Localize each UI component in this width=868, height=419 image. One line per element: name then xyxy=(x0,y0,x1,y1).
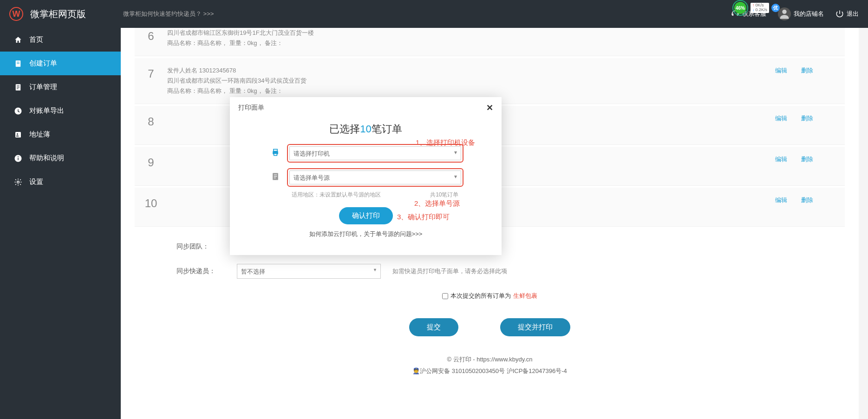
printer-select[interactable]: 请选择打印机 xyxy=(290,147,461,160)
gear-icon xyxy=(14,178,22,186)
source-field: 请选择单号源 xyxy=(244,170,488,184)
sidebar-item-label: 对账单导出 xyxy=(29,106,64,115)
edit-link[interactable]: 编辑 xyxy=(775,196,787,219)
info-icon xyxy=(14,154,22,163)
svg-rect-9 xyxy=(15,132,21,137)
order-info: 发件人姓名 13012345678 四川省成都市武侯区一环路南四段34号武侯茂业… xyxy=(167,65,775,96)
sidebar-item-address[interactable]: 地址薄 xyxy=(0,123,121,146)
order-manage-icon xyxy=(14,83,22,92)
order-count: 10 xyxy=(360,123,371,135)
sidebar-item-help[interactable]: 帮助和说明 xyxy=(0,146,121,170)
source-select[interactable]: 请选择单号源 xyxy=(290,171,461,184)
shop-label: 我的店铺名 xyxy=(794,10,824,18)
order-info: 四川省成都市锦江区东御街19号1F北大门茂业百货一楼 商品名称：商品名称， 重量… xyxy=(167,28,775,48)
order-address: 四川省成都市锦江区东御街19号1F北大门茂业百货一楼 xyxy=(167,28,775,38)
svg-rect-20 xyxy=(274,176,277,177)
order-number: 6 xyxy=(135,28,167,48)
emblem-icon: 👮 xyxy=(412,367,420,374)
sync-courier-row: 同步快递员： 暂不选择 如需快递员打印电子面单，请务必选择此项 xyxy=(176,264,803,279)
order-detail: 商品名称：商品名称， 重量：0kg， 备注： xyxy=(167,86,775,96)
delete-link[interactable]: 删除 xyxy=(801,66,813,96)
sidebar-item-home[interactable]: 首页 xyxy=(0,28,121,52)
sync-team-label: 同步团队： xyxy=(176,242,237,251)
svg-point-0 xyxy=(782,10,786,14)
svg-rect-19 xyxy=(274,175,277,175)
sidebar-item-label: 地址薄 xyxy=(29,130,50,139)
order-sender: 发件人姓名 13012345678 xyxy=(167,65,775,76)
modal-help-link[interactable]: 如何添加云打印机，关于单号源的问题>>> xyxy=(244,230,488,238)
svg-rect-7 xyxy=(17,88,19,89)
export-icon xyxy=(14,107,22,115)
net-percent-badge: 46% xyxy=(732,0,748,16)
header-help-link[interactable]: 微掌柜如何快速签约快递员？ >>> xyxy=(123,10,214,18)
sidebar-item-label: 创建订单 xyxy=(29,59,57,68)
modal-title: 已选择10笔订单 xyxy=(244,122,488,136)
courier-hint: 如需快递员打印电子面单，请务必选择此项 xyxy=(392,267,507,275)
edit-link[interactable]: 编辑 xyxy=(775,66,787,96)
fresh-red: 生鲜包裹 xyxy=(513,292,537,300)
delete-link[interactable]: 删除 xyxy=(801,196,813,219)
order-number: 9 xyxy=(135,154,167,178)
svg-rect-12 xyxy=(18,157,19,160)
region-hint: 适用地区：未设置默认单号源的地区 xyxy=(292,191,381,199)
logo-icon: W xyxy=(9,7,23,21)
footer: © 云打印 - https://www.kbydy.cn 👮沪公网安备 3101… xyxy=(176,354,803,381)
annotation-3: 3、确认打印即可 xyxy=(397,213,450,222)
print-modal: 打印面单 ✕ 已选择10笔订单 请选择打印机 请选择单号源 适用地区：未 xyxy=(230,97,502,255)
modal-title-small: 打印面单 xyxy=(238,104,264,112)
sidebar-item-order-manage[interactable]: 订单管理 xyxy=(0,75,121,99)
modal-sub-info: 适用地区：未设置默认单号源的地区 共10笔订单 xyxy=(273,191,459,199)
my-shop[interactable]: 我的店铺名 xyxy=(778,7,824,20)
fresh-checkbox-label[interactable]: 本次提交的所有订单为生鲜包裹 xyxy=(442,292,537,300)
fresh-prefix: 本次提交的所有订单为 xyxy=(450,292,511,300)
svg-rect-16 xyxy=(273,149,277,151)
top-header: W 微掌柜网页版 微掌柜如何快速签约快递员？ >>> 46% 0K/s 0.2K… xyxy=(0,0,868,28)
modal-body: 已选择10笔订单 请选择打印机 请选择单号源 适用地区：未设置默认单号源的地区 … xyxy=(230,118,502,248)
svg-rect-6 xyxy=(17,87,20,87)
confirm-print-button[interactable]: 确认打印 xyxy=(339,207,393,224)
submit-print-button[interactable]: 提交并打印 xyxy=(500,318,570,336)
logout-button[interactable]: 退出 xyxy=(835,10,859,18)
sidebar-item-create-order[interactable]: 创建订单 xyxy=(0,52,121,75)
printer-icon xyxy=(271,148,280,159)
annotation-1: 1、选择打印机设备 xyxy=(416,138,475,147)
address-book-icon xyxy=(14,131,22,139)
order-row: 6 四川省成都市锦江区东御街19号1F北大门茂业百货一楼 商品名称：商品名称， … xyxy=(135,28,845,56)
courier-select[interactable]: 暂不选择 xyxy=(237,264,381,279)
svg-point-13 xyxy=(18,156,19,157)
net-speeds: 0K/s 0.2K/s xyxy=(751,3,769,13)
sidebar-item-label: 订单管理 xyxy=(29,83,57,92)
delete-link[interactable]: 删除 xyxy=(801,155,813,178)
footer-line2: 👮沪公网安备 31010502003450号 沪ICP备12047396号-4 xyxy=(176,366,803,377)
svg-rect-2 xyxy=(17,62,20,62)
avatar-icon xyxy=(778,7,791,20)
order-number: 7 xyxy=(135,65,167,96)
svg-rect-17 xyxy=(274,154,277,156)
footer-line1: © 云打印 - https://www.kbydy.cn xyxy=(176,354,803,366)
total-hint: 共10笔订单 xyxy=(430,191,458,199)
delete-link[interactable]: 删除 xyxy=(801,114,813,137)
home-icon xyxy=(14,36,22,44)
sidebar-item-export[interactable]: 对账单导出 xyxy=(0,99,121,123)
fresh-checkbox-row: 本次提交的所有订单为生鲜包裹 xyxy=(176,292,803,301)
fresh-checkbox[interactable] xyxy=(442,293,448,299)
sidebar-item-label: 设置 xyxy=(29,177,43,186)
printer-field: 请选择打印机 xyxy=(244,146,488,160)
net-down: 0.2K/s xyxy=(752,8,767,13)
order-address: 四川省成都市武侯区一环路南四段34号武侯茂业百货 xyxy=(167,76,775,86)
order-number: 10 xyxy=(135,195,167,219)
sidebar-item-settings[interactable]: 设置 xyxy=(0,170,121,194)
order-detail: 商品名称：商品名称， 重量：0kg， 备注： xyxy=(167,38,775,48)
sidebar-item-label: 首页 xyxy=(29,35,43,44)
submit-button[interactable]: 提交 xyxy=(409,318,458,336)
optimize-icon[interactable]: 优 xyxy=(771,4,780,12)
power-icon xyxy=(835,10,844,18)
svg-rect-21 xyxy=(274,178,275,178)
document-icon xyxy=(271,172,280,183)
close-icon[interactable]: ✕ xyxy=(486,103,493,113)
edit-link[interactable]: 编辑 xyxy=(775,155,787,178)
app-title: 微掌柜网页版 xyxy=(30,8,86,20)
edit-link[interactable]: 编辑 xyxy=(775,114,787,137)
sync-courier-label: 同步快递员： xyxy=(176,267,237,275)
sidebar: 首页 创建订单 订单管理 对账单导出 地址薄 帮助和说明 设置 xyxy=(0,28,121,419)
